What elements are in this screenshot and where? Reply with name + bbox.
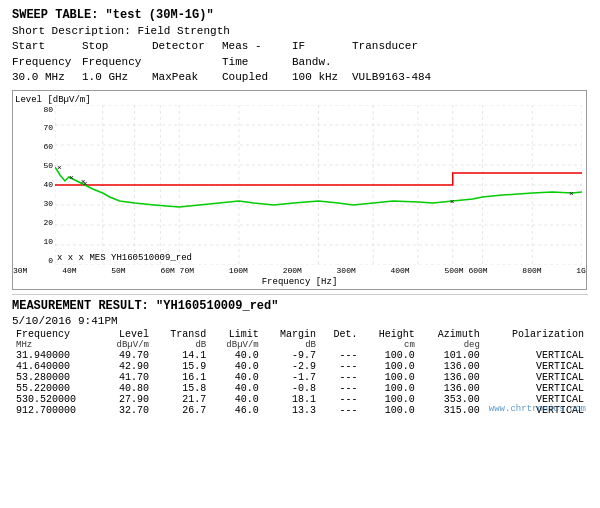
detector-subheader <box>152 55 222 70</box>
unit-margin: dB <box>263 340 320 350</box>
table-cell: 100.0 <box>362 383 419 394</box>
table-cell: 40.80 <box>100 383 153 394</box>
unit-azimuth: deg <box>419 340 484 350</box>
table-cell: 136.00 <box>419 372 484 383</box>
col-header-frequency: Frequency <box>12 329 100 340</box>
if-value: 100 kHz <box>292 70 352 85</box>
table-cell: 136.00 <box>419 383 484 394</box>
chart-svg: × × × × × × <box>55 105 582 265</box>
table-cell: --- <box>320 361 362 372</box>
y-labels: 80 70 60 50 40 30 20 10 0 <box>15 105 53 265</box>
chart-area: Level [dBµV/m] 80 70 60 50 40 30 20 10 0 <box>12 90 587 290</box>
table-cell: 13.3 <box>263 405 320 416</box>
unit-limit: dBµV/m <box>210 340 263 350</box>
table-cell: 16.1 <box>153 372 210 383</box>
meas-subheader: Time <box>222 55 292 70</box>
table-cell: 100.0 <box>362 361 419 372</box>
table-cell: 53.280000 <box>12 372 100 383</box>
if-subheader: Bandw. <box>292 55 352 70</box>
table-cell: 15.8 <box>153 383 210 394</box>
svg-text:×: × <box>450 197 455 206</box>
col-header-level: Level <box>100 329 153 340</box>
table-cell: 42.90 <box>100 361 153 372</box>
start-header: Start <box>12 39 82 54</box>
table-cell: --- <box>320 350 362 361</box>
x-tick-800m: 800M <box>522 266 541 275</box>
table-cell: 136.00 <box>419 361 484 372</box>
svg-text:×: × <box>69 173 74 182</box>
chart-xlabel: Frequency [Hz] <box>13 277 586 287</box>
table-cell: 40.0 <box>210 372 263 383</box>
table-cell: 41.640000 <box>12 361 100 372</box>
y-label-40: 40 <box>15 180 53 189</box>
table-cell: -9.7 <box>263 350 320 361</box>
table-cell: 31.940000 <box>12 350 100 361</box>
unit-polarization <box>484 340 588 350</box>
x-tick-300m: 300M <box>337 266 356 275</box>
subheader-row: Frequency Frequency Time Bandw. <box>12 55 588 70</box>
table-cell: 530.520000 <box>12 394 100 405</box>
sweep-table: Short Description: Field Strength Start … <box>12 24 588 86</box>
measurement-datetime: 5/10/2016 9:41PM <box>12 315 588 327</box>
table-cell: 18.1 <box>263 394 320 405</box>
table-row: 31.94000049.7014.140.0-9.7---100.0101.00… <box>12 350 588 361</box>
table-cell: 40.0 <box>210 383 263 394</box>
table-cell: 27.90 <box>100 394 153 405</box>
measurement-title: MEASUREMENT RESULT: "YH160510009_red" <box>12 299 588 313</box>
detector-header: Detector <box>152 39 222 54</box>
x-ticks: 30M 40M 50M 60M 70M 100M 200M 300M 400M … <box>13 266 586 275</box>
col-header-det: Det. <box>320 329 362 340</box>
table-cell: 100.0 <box>362 394 419 405</box>
unit-level: dBµV/m <box>100 340 153 350</box>
table-cell: 14.1 <box>153 350 210 361</box>
y-label-50: 50 <box>15 161 53 170</box>
x-tick-30m: 30M <box>13 266 27 275</box>
meas-value: Coupled <box>222 70 292 85</box>
table-cell: --- <box>320 383 362 394</box>
y-label-20: 20 <box>15 218 53 227</box>
table-cell: 40.0 <box>210 394 263 405</box>
x-tick-60m70m: 60M 70M <box>160 266 194 275</box>
watermark: www.chrtronics.com <box>489 404 586 414</box>
chart-legend: x x x MES YH160510009_red <box>57 253 192 263</box>
table-cell: --- <box>320 394 362 405</box>
x-tick-200m: 200M <box>283 266 302 275</box>
table-cell: 100.0 <box>362 350 419 361</box>
table-cell: 55.220000 <box>12 383 100 394</box>
legend-text: x x x MES YH160510009_red <box>57 253 192 263</box>
table-cell: 912.700000 <box>12 405 100 416</box>
short-desc-text: Short Description: Field Strength <box>12 24 230 39</box>
table-cell: 101.00 <box>419 350 484 361</box>
table-cell: 46.0 <box>210 405 263 416</box>
unit-det <box>320 340 362 350</box>
x-tick-400m: 400M <box>390 266 409 275</box>
detector-value: MaxPeak <box>152 70 222 85</box>
stop-header: Stop <box>82 39 152 54</box>
table-cell: 15.9 <box>153 361 210 372</box>
table-cell: 100.0 <box>362 405 419 416</box>
table-cell: VERTICAL <box>484 372 588 383</box>
table-cell: 41.70 <box>100 372 153 383</box>
start-subheader: Frequency <box>12 55 82 70</box>
col-header-height: Height <box>362 329 419 340</box>
table-cell: 32.70 <box>100 405 153 416</box>
stop-value: 1.0 GHz <box>82 70 152 85</box>
table-row: 55.22000040.8015.840.0-0.8---100.0136.00… <box>12 383 588 394</box>
table-cell: --- <box>320 372 362 383</box>
table-cell: VERTICAL <box>484 383 588 394</box>
y-label-70: 70 <box>15 123 53 132</box>
y-label-80: 80 <box>15 105 53 114</box>
svg-text:×: × <box>57 163 62 172</box>
svg-text:×: × <box>83 179 88 188</box>
table-cell: -2.9 <box>263 361 320 372</box>
short-description: Short Description: Field Strength <box>12 24 588 39</box>
chart-ylabel: Level [dBµV/m] <box>15 95 91 105</box>
table-cell: 49.70 <box>100 350 153 361</box>
table-cell: VERTICAL <box>484 361 588 372</box>
transducer-header: Transducer <box>352 39 452 54</box>
x-tick-50m: 50M <box>111 266 125 275</box>
if-header: IF <box>292 39 352 54</box>
result-header-row: Frequency Level Transd Limit Margin Det.… <box>12 329 588 340</box>
y-label-0: 0 <box>15 256 53 265</box>
x-tick-40m: 40M <box>62 266 76 275</box>
